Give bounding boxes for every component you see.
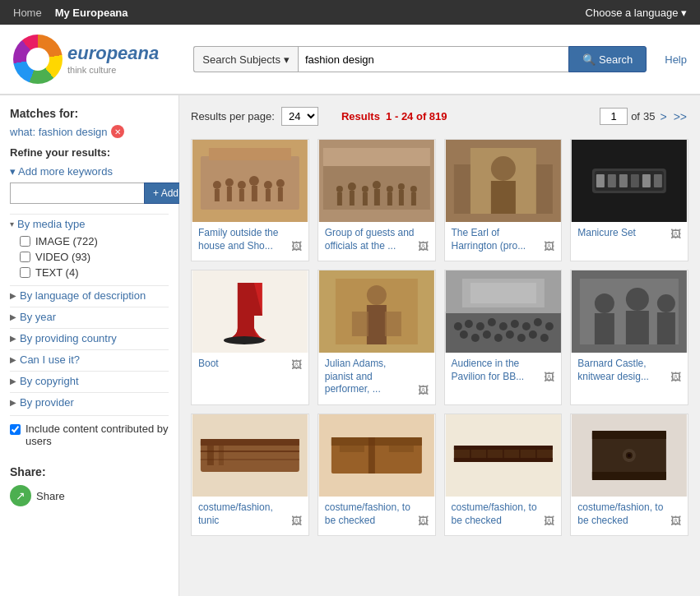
svg-rect-46	[654, 174, 662, 187]
card-title-costume1: costume/fashion, tunic 🖼	[192, 497, 308, 529]
share-icon: ↗	[10, 485, 31, 506]
result-card-manicure[interactable]: Manicure Set 🖼	[570, 139, 688, 261]
results-range: 1 - 24 of 819	[386, 110, 447, 122]
svg-point-18	[336, 186, 343, 192]
dropdown-arrow-icon: ▾	[284, 53, 290, 66]
filter-text: TEXT (4)	[10, 265, 169, 280]
card-title-text: costume/fashion, tunic	[198, 501, 288, 527]
card-image-costume4	[571, 414, 688, 497]
svg-rect-87	[201, 439, 299, 446]
language-selector[interactable]: Choose a language ▾	[586, 7, 687, 19]
search-icon: 🔍	[582, 53, 596, 66]
card-image-audience	[445, 270, 562, 353]
svg-point-61	[498, 322, 507, 330]
language-toggle[interactable]: ▶ By language of description	[10, 285, 169, 305]
per-page-label: Results per page:	[191, 110, 275, 122]
page-input[interactable]: 1	[600, 108, 628, 125]
logo-inner	[26, 48, 49, 71]
card-image-costume3	[445, 414, 562, 497]
card-title-text: Boot	[198, 358, 288, 371]
svg-rect-110	[592, 472, 666, 480]
result-card-julian[interactable]: Julian Adams, pianist and performer, ...…	[318, 270, 436, 405]
result-card-earl[interactable]: The Earl of Harrington (pro... 🖼	[444, 139, 563, 261]
media-type-icon: 🖼	[291, 358, 302, 371]
search-type-dropdown[interactable]: Search Subjects ▾	[193, 46, 298, 72]
copyright-toggle[interactable]: ▶ By copyright	[10, 371, 169, 390]
add-keywords-toggle[interactable]: ▾ Add more keywords	[10, 165, 169, 178]
result-card-audience[interactable]: Audience in the Pavilion for BB... 🖼	[444, 270, 563, 405]
remove-tag-button[interactable]: ✕	[111, 125, 124, 138]
media-type-icon: 🖼	[418, 384, 429, 396]
svg-point-83	[657, 294, 675, 312]
svg-point-5	[225, 178, 234, 187]
media-type-icon: 🖼	[418, 240, 429, 252]
per-page-select[interactable]: 24 48 96	[281, 107, 318, 126]
result-card-family[interactable]: Family outside the house and Sho... 🖼	[191, 139, 309, 261]
help-link[interactable]: Help	[665, 53, 687, 66]
result-card-group[interactable]: Group of guests and officials at the ...…	[318, 139, 436, 261]
svg-rect-41	[596, 174, 605, 187]
provider-label: By provider	[20, 396, 74, 409]
svg-rect-44	[631, 174, 639, 187]
search-type-label: Search Subjects	[202, 53, 280, 66]
match-tag: what: fashion design ✕	[10, 125, 169, 138]
country-toggle[interactable]: ▶ By providing country	[10, 328, 169, 348]
media-type-toggle[interactable]: ▾ By media type	[10, 214, 169, 233]
result-card-costume3[interactable]: costume/fashion, to be checked 🖼	[444, 414, 563, 536]
provider-toggle[interactable]: ▶ By provider	[10, 392, 169, 412]
image-checkbox[interactable]	[20, 236, 30, 247]
media-type-section: ▾ By media type IMAGE (722) VIDEO (93) T…	[10, 214, 169, 284]
card-title-costume4: costume/fashion, to be checked 🖼	[571, 497, 688, 529]
search-button[interactable]: 🔍 Search	[568, 46, 647, 72]
svg-point-60	[487, 318, 495, 326]
result-card-costume2[interactable]: costume/fashion, to be checked 🖼	[318, 414, 436, 536]
video-checkbox[interactable]	[20, 252, 30, 262]
match-tag-link[interactable]: what: fashion design	[10, 126, 108, 138]
search-input[interactable]	[298, 46, 568, 72]
result-card-costume1[interactable]: costume/fashion, tunic 🖼	[191, 414, 309, 536]
result-card-costume4[interactable]: costume/fashion, to be checked 🖼	[570, 414, 688, 536]
home-link[interactable]: Home	[13, 7, 42, 19]
card-image-julian	[318, 270, 435, 353]
topbar: Home My Europeana Choose a language ▾	[0, 0, 700, 25]
svg-rect-95	[369, 437, 375, 474]
svg-point-64	[533, 318, 541, 326]
results-info: Results 1 - 24 of 819	[341, 110, 447, 122]
card-image-manicure	[571, 140, 688, 222]
svg-point-34	[490, 156, 515, 181]
result-card-boot[interactable]: Boot 🖼	[191, 270, 309, 405]
include-contributed-checkbox[interactable]	[10, 424, 21, 435]
text-checkbox[interactable]	[20, 267, 30, 278]
svg-point-66	[459, 330, 467, 339]
card-title-group: Group of guests and officials at the ...…	[318, 222, 435, 254]
video-label: VIDEO (93)	[35, 251, 90, 263]
my-europeana-link[interactable]: My Europeana	[55, 7, 128, 19]
svg-point-68	[482, 330, 490, 339]
svg-point-72	[528, 330, 536, 339]
media-type-icon: 🖼	[670, 371, 681, 383]
svg-rect-2	[209, 148, 291, 160]
provider-arrow-icon: ▶	[10, 398, 16, 407]
results-header: Results per page: 24 48 96 Results 1 - 2…	[191, 104, 688, 129]
last-page-button[interactable]: >>	[672, 110, 688, 123]
media-type-icon: 🖼	[544, 240, 554, 252]
svg-point-73	[540, 334, 548, 342]
language-label: Choose a language	[586, 7, 679, 19]
language-arrow-icon: ▶	[10, 291, 16, 300]
svg-point-30	[410, 186, 417, 192]
svg-point-11	[264, 181, 272, 189]
year-toggle[interactable]: ▶ By year	[10, 307, 169, 326]
logo-area[interactable]: europeana think culture	[13, 35, 159, 84]
can-use-toggle[interactable]: ▶ Can I use it?	[10, 349, 169, 369]
toggle-arrow-icon: ▾	[10, 165, 16, 178]
svg-rect-17	[323, 148, 430, 166]
add-keywords-label: Add more keywords	[18, 165, 113, 178]
keyword-input[interactable]	[10, 182, 144, 204]
share-button[interactable]: ↗ Share	[10, 485, 169, 506]
image-label: IMAGE (722)	[35, 235, 98, 247]
result-card-barnard[interactable]: Barnard Castle, knitwear desig... 🖼	[570, 270, 688, 405]
next-page-button[interactable]: >	[658, 110, 668, 123]
svg-rect-6	[227, 187, 232, 201]
language-label: By language of description	[20, 289, 146, 302]
svg-point-26	[387, 186, 393, 192]
